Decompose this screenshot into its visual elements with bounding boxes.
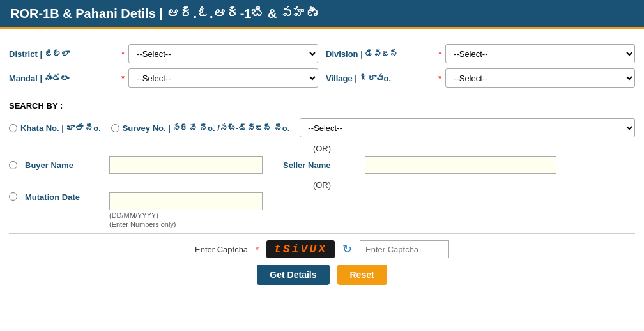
- buyer-radio[interactable]: [9, 161, 17, 169]
- khata-radio-label: Khata No. | ఖాతా నెo.: [20, 123, 101, 133]
- mandal-label: Mandal | మండలం: [9, 73, 118, 83]
- or-divider-2: (OR): [9, 178, 635, 192]
- mandal-group: Mandal | మండలం * --Select--: [9, 68, 318, 88]
- mutation-radio[interactable]: [9, 192, 17, 201]
- captcha-required: *: [256, 245, 259, 254]
- district-select[interactable]: --Select--: [128, 44, 318, 63]
- date-hint2: (Enter Numbers only): [109, 220, 263, 228]
- seller-name-label: Seller Name: [283, 160, 360, 170]
- survey-sub-select[interactable]: --Select--: [300, 118, 635, 137]
- buyer-seller-row: Buyer Name Seller Name: [9, 156, 635, 174]
- captcha-input[interactable]: [360, 240, 449, 258]
- page-header: ROR-1B & Pahani Detils | ఆర్.ఓ.ఆర్-1బి &…: [0, 0, 644, 29]
- division-select[interactable]: --Select--: [445, 44, 635, 63]
- mandal-village-row: Mandal | మండలం * --Select-- Village | గ్…: [9, 68, 635, 88]
- district-group: District | జిల్లా * --Select--: [9, 44, 318, 63]
- buyer-name-input[interactable]: [109, 156, 263, 174]
- buyer-name-label: Buyer Name: [25, 160, 102, 170]
- mutation-date-label: Mutation Date: [25, 192, 102, 202]
- division-group: Division | డివిజన్ * --Select--: [326, 44, 635, 63]
- main-form: District | జిల్లా * --Select-- Division …: [0, 29, 644, 291]
- or-divider-1: (OR): [9, 141, 635, 156]
- search-by-section: SEARCH BY :: [9, 97, 635, 114]
- page-title: ROR-1B & Pahani Detils | ఆర్.ఓ.ఆర్-1బి &…: [10, 6, 319, 20]
- get-details-button[interactable]: Get Details: [257, 265, 329, 285]
- district-division-row: District | జిల్లా * --Select-- Division …: [9, 44, 635, 63]
- village-group: Village | గ్రామo. * --Select--: [326, 68, 635, 88]
- district-required: *: [121, 49, 125, 59]
- division-label: Division | డివిజన్: [326, 49, 434, 59]
- khata-survey-row: Khata No. | ఖాతా నెo. Survey No. | సర్వే…: [9, 118, 635, 137]
- seller-name-input[interactable]: [365, 156, 556, 174]
- search-by-label: SEARCH BY :: [9, 101, 63, 111]
- seller-section: Seller Name: [283, 156, 556, 174]
- action-buttons: Get Details Reset: [9, 265, 635, 285]
- khata-radio[interactable]: [9, 124, 17, 132]
- mandal-required: *: [121, 73, 125, 83]
- captcha-image: tSiVUX: [266, 240, 335, 258]
- mutation-date-input[interactable]: [109, 192, 263, 210]
- captcha-label: Enter Captcha: [195, 245, 248, 254]
- date-hint1: (DD/MM/YYYY): [109, 212, 263, 219]
- district-label: District | జిల్లా: [9, 49, 118, 59]
- captcha-refresh-icon[interactable]: ↻: [342, 242, 352, 256]
- khata-radio-option[interactable]: Khata No. | ఖాతా నెo.: [9, 123, 101, 133]
- division-required: *: [438, 49, 441, 59]
- survey-radio[interactable]: [111, 124, 119, 132]
- survey-radio-label: Survey No. | సర్వే నెo. /సబ్-డివిజన్ నెo…: [123, 123, 290, 133]
- village-select[interactable]: --Select--: [445, 68, 635, 88]
- survey-radio-option[interactable]: Survey No. | సర్వే నెo. /సబ్-డివిజన్ నెo…: [111, 123, 290, 133]
- mutation-row: Mutation Date (DD/MM/YYYY) (Enter Number…: [9, 192, 635, 228]
- captcha-row: Enter Captcha * tSiVUX ↻: [9, 240, 635, 258]
- village-label: Village | గ్రామo.: [326, 73, 434, 83]
- mandal-select[interactable]: --Select--: [128, 68, 318, 88]
- mutation-input-block: (DD/MM/YYYY) (Enter Numbers only): [109, 192, 263, 228]
- village-required: *: [438, 73, 441, 83]
- reset-button[interactable]: Reset: [337, 265, 387, 285]
